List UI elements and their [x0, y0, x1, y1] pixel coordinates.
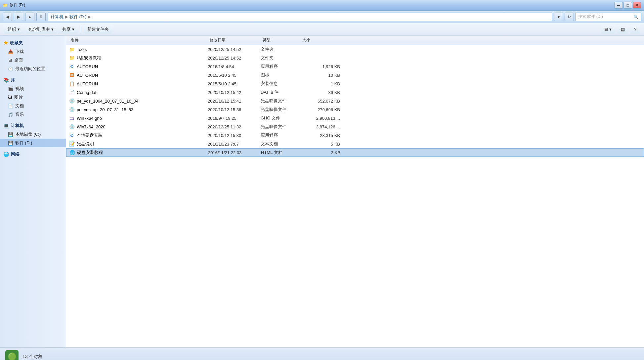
library-label: 包含到库中: [28, 26, 50, 32]
path-separator-1: ▶: [65, 14, 68, 19]
file-size: 10 KB: [300, 73, 340, 78]
file-date: 2016/1/8 4:54: [208, 64, 261, 69]
close-button[interactable]: ✕: [633, 2, 641, 9]
library-button[interactable]: 包含到库中 ▾: [25, 25, 57, 34]
organize-button[interactable]: 组织 ▾: [4, 25, 23, 34]
sidebar-favorites-header[interactable]: ★ 收藏夹: [0, 38, 66, 47]
sidebar-network-header[interactable]: 🌐 网络: [0, 150, 66, 158]
file-name: Win7x64_2020: [77, 124, 106, 129]
back-button[interactable]: ◀: [3, 13, 12, 21]
sidebar-item-documents[interactable]: 📄 文档: [0, 102, 66, 110]
file-type: 应用程序: [261, 132, 300, 138]
file-size: 36 KB: [300, 90, 340, 95]
sidebar-item-recent[interactable]: 🕐 最近访问的位置: [0, 65, 66, 73]
toolbar: 组织 ▾ 包含到库中 ▾ 共享 ▾ 新建文件夹 ⊞ ▾ ▤ ?: [0, 23, 644, 36]
table-row[interactable]: 📝 光盘说明 2016/10/23 7:07 文本文档 5 KB: [66, 140, 644, 148]
table-row[interactable]: ⚙ AUTORUN 2016/1/8 4:54 应用程序 1,926 KB: [66, 62, 644, 71]
file-type: 光盘映像文件: [261, 124, 300, 130]
dropdown-button[interactable]: ▼: [554, 13, 563, 21]
status-count: 13 个对象: [22, 354, 43, 360]
preview-button[interactable]: ▤: [617, 25, 628, 34]
main-container: ★ 收藏夹 📥 下载 🖥 桌面 🕐 最近访问的位置 📚 库: [0, 36, 644, 347]
sidebar-item-download[interactable]: 📥 下载: [0, 47, 66, 56]
col-header-name[interactable]: 名称: [69, 36, 208, 45]
table-row[interactable]: 🖼 AUTORUN 2015/5/10 2:45 图标 10 KB: [66, 71, 644, 79]
file-type-icon: 💿: [69, 124, 75, 130]
sidebar-library-header[interactable]: 📚 库: [0, 76, 66, 84]
file-date: 2020/10/12 15:30: [208, 133, 261, 138]
table-row[interactable]: 📄 Config.dat 2020/10/12 15:42 DAT 文件 36 …: [66, 88, 644, 97]
file-name: Tools: [77, 47, 87, 52]
file-date: 2016/11/21 22:03: [208, 150, 261, 155]
file-list: 📁 Tools 2020/12/25 14:52 文件夹 📁 U盘安装教程 20…: [66, 45, 644, 347]
file-date: 2019/9/7 19:25: [208, 116, 261, 121]
table-row[interactable]: 💿 Win7x64_2020 2020/12/25 11:32 光盘映像文件 3…: [66, 122, 644, 131]
help-button[interactable]: ?: [630, 25, 640, 34]
desktop-icon: 🖥: [8, 58, 12, 63]
sidebar-library-label: 库: [11, 77, 15, 83]
sidebar-library-section: 📚 库 🎬 视频 🖼 图片 📄 文档 🎵 音乐: [0, 76, 66, 119]
file-type-icon: ⚙: [69, 64, 75, 69]
view-button[interactable]: ⊞ ▾: [601, 25, 615, 34]
col-header-date[interactable]: 修改日期: [208, 36, 261, 45]
video-icon: 🎬: [8, 86, 13, 91]
share-button[interactable]: 共享 ▾: [59, 25, 78, 34]
search-box[interactable]: 搜索 软件 (D:) 🔍: [575, 13, 641, 21]
file-type: 图标: [261, 72, 300, 78]
file-name: pe_yqs_1064_20_07_31_16_04: [77, 99, 139, 104]
refresh-button[interactable]: ↻: [565, 13, 574, 21]
file-date: 2015/5/10 2:45: [208, 73, 261, 78]
forward-button[interactable]: ▶: [14, 13, 23, 21]
table-row[interactable]: ⚙ 本地硬盘安装 2020/10/12 15:30 应用程序 28,315 KB: [66, 131, 644, 140]
table-row[interactable]: 📁 Tools 2020/12/25 14:52 文件夹: [66, 45, 644, 54]
path-drive[interactable]: 软件 (D:): [69, 14, 86, 20]
file-type: DAT 文件: [261, 89, 300, 95]
file-type: 文本文档: [261, 141, 300, 147]
file-type-icon: 💿: [69, 98, 75, 104]
table-row[interactable]: 🌐 硬盘安装教程 2016/11/21 22:03 HTML 文档 3 KB: [66, 148, 644, 157]
file-size: 3 KB: [301, 150, 340, 155]
file-size: 1,926 KB: [300, 64, 340, 69]
table-row[interactable]: 💿 pe_yqs_1064_20_07_31_16_04 2020/10/12 …: [66, 97, 644, 105]
file-type: GHO 文件: [261, 115, 300, 121]
address-path[interactable]: 计算机 ▶ 软件 (D:) ▶: [48, 13, 552, 21]
file-name: AUTORUN: [77, 73, 98, 78]
file-type-icon: 📁: [69, 46, 75, 52]
view-chevron-icon: ▾: [609, 27, 612, 32]
new-folder-label: 新建文件夹: [87, 26, 109, 32]
maximize-button[interactable]: □: [623, 2, 632, 9]
file-type-icon: 📝: [69, 141, 75, 147]
file-name: Config.dat: [77, 90, 96, 95]
col-header-size[interactable]: 大小: [300, 36, 340, 45]
c-drive-icon: 💾: [8, 132, 13, 137]
organize-label: 组织: [8, 26, 16, 32]
minimize-button[interactable]: ─: [614, 2, 623, 9]
file-type-icon: 🖼: [69, 72, 75, 78]
up-button[interactable]: ▲: [25, 13, 34, 21]
col-header-type[interactable]: 类型: [261, 36, 300, 45]
sidebar-item-video[interactable]: 🎬 视频: [0, 84, 66, 93]
table-row[interactable]: 💿 pe_yqs_xp_20_07_31_15_53 2020/10/12 15…: [66, 105, 644, 114]
documents-icon: 📄: [8, 104, 13, 109]
sidebar-item-d-drive[interactable]: 💾 软件 (D:): [0, 139, 66, 147]
sidebar-item-pictures[interactable]: 🖼 图片: [0, 93, 66, 102]
sidebar-item-desktop[interactable]: 🖥 桌面: [0, 56, 66, 65]
file-name: AUTORUN: [77, 81, 98, 86]
search-icon[interactable]: 🔍: [633, 15, 638, 19]
table-row[interactable]: 📋 AUTORUN 2015/5/10 2:45 安装信息 1 KB: [66, 79, 644, 88]
table-row[interactable]: 📁 U盘安装教程 2020/12/25 14:52 文件夹: [66, 54, 644, 62]
table-row[interactable]: 🗃 Win7x64.gho 2019/9/7 19:25 GHO 文件 2,90…: [66, 114, 644, 122]
file-name: AUTORUN: [77, 64, 98, 69]
sidebar-computer-label: 计算机: [11, 123, 24, 129]
file-size: 5 KB: [300, 142, 340, 147]
location-icon: 🖥: [36, 13, 46, 21]
path-computer[interactable]: 计算机: [51, 14, 64, 20]
sidebar-item-music[interactable]: 🎵 音乐: [0, 110, 66, 119]
file-date: 2020/10/12 15:36: [208, 107, 261, 112]
new-folder-button[interactable]: 新建文件夹: [84, 25, 112, 34]
sidebar-computer-header[interactable]: 💻 计算机: [0, 121, 66, 130]
download-folder-icon: 📥: [8, 49, 13, 54]
search-placeholder: 搜索 软件 (D:): [578, 14, 603, 20]
sidebar-item-c-drive[interactable]: 💾 本地磁盘 (C:): [0, 130, 66, 139]
file-type-icon: 📄: [69, 89, 75, 95]
